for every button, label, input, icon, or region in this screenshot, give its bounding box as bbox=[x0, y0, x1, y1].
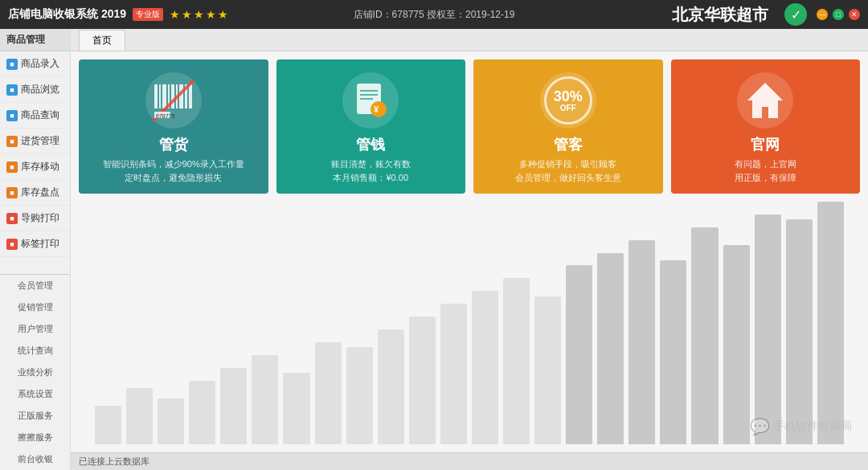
sidebar-item-goods-entry[interactable]: ■ 商品录入 bbox=[0, 51, 70, 77]
sidebar-item-stock-move[interactable]: ■ 库存移动 bbox=[0, 154, 70, 180]
cards-row: 678775 管货 智能识别条码，减少90%录入工作量 定时盘点，避免隐形损失 bbox=[79, 59, 860, 194]
chart-bar bbox=[440, 304, 467, 444]
svg-rect-13 bbox=[360, 90, 378, 92]
card-customer-title: 管客 bbox=[554, 135, 583, 154]
sidebar-item-user-mgmt[interactable]: 用户管理 bbox=[0, 318, 70, 340]
barcode-icon: 678775 bbox=[153, 80, 194, 121]
stock-count-icon: ■ bbox=[6, 187, 18, 198]
sidebar-item-goods-browse[interactable]: ■ 商品浏览 bbox=[0, 77, 70, 103]
card-customer-icon-area: 30% OFF bbox=[540, 72, 596, 129]
sidebar-item-member[interactable]: 会员管理 bbox=[0, 275, 70, 296]
sidebar-item-perf[interactable]: 业绩分析 bbox=[0, 362, 70, 383]
chart-bar bbox=[220, 368, 247, 444]
chart-bar bbox=[283, 373, 309, 444]
sidebar-item-goods-search[interactable]: ■ 商品查询 bbox=[0, 103, 70, 129]
card-customer[interactable]: 30% OFF 管客 多种促销手段，吸引顾客 会员管理，做好回头客生意 bbox=[473, 59, 663, 194]
chart-bar bbox=[723, 245, 750, 444]
svg-text:678775: 678775 bbox=[156, 113, 174, 119]
card-money[interactable]: ¥ 管钱 账目清楚，账欠有数 本月销售额：¥0.00 bbox=[276, 59, 466, 194]
sidebar-item-settings[interactable]: 系统设置 bbox=[0, 383, 70, 405]
card-money-title: 管钱 bbox=[356, 135, 385, 154]
watermark-icon: 💬 bbox=[750, 417, 770, 436]
svg-rect-0 bbox=[154, 84, 158, 108]
card-website-title: 官网 bbox=[751, 135, 780, 154]
card-website[interactable]: 官网 有问题，上官网 用正版，有保障 bbox=[671, 59, 861, 194]
chart-bar bbox=[346, 347, 373, 444]
svg-rect-2 bbox=[162, 84, 166, 108]
sidebar-bottom: 会员管理 促销管理 用户管理 统计查询 业绩分析 系统设置 正版服务 擦擦服务 bbox=[0, 274, 70, 470]
sidebar-item-promo[interactable]: 促销管理 bbox=[0, 296, 70, 318]
sidebar-item-special[interactable]: 擦擦服务 bbox=[0, 427, 70, 448]
chart-bar bbox=[597, 253, 624, 444]
sidebar-item-official[interactable]: 正版服务 bbox=[0, 405, 70, 427]
tabs-bar: 首页 bbox=[71, 29, 868, 51]
card-money-icon-area: ¥ bbox=[342, 72, 399, 129]
chart-bar bbox=[378, 329, 404, 444]
document-money-icon: ¥ bbox=[350, 80, 391, 121]
edition-badge: 专业版 bbox=[133, 8, 163, 21]
svg-rect-1 bbox=[159, 84, 161, 108]
sidebar-goods-header: 商品管理 bbox=[0, 29, 70, 51]
goods-browse-icon: ■ bbox=[6, 84, 18, 96]
app-title: 店铺电脑收银系统 2019 bbox=[8, 7, 126, 22]
svg-rect-4 bbox=[171, 84, 174, 108]
svg-marker-18 bbox=[747, 83, 783, 118]
card-goods[interactable]: 678775 管货 智能识别条码，减少90%录入工作量 定时盘点，避免隐形损失 bbox=[79, 59, 268, 194]
chart-bar bbox=[755, 215, 781, 444]
card-goods-title: 管货 bbox=[159, 135, 188, 154]
card-goods-icon-area: 678775 bbox=[145, 72, 202, 129]
svg-rect-14 bbox=[360, 94, 378, 96]
chart-bar bbox=[315, 342, 342, 444]
chart-bar bbox=[472, 291, 498, 444]
stock-move-icon: ■ bbox=[6, 161, 18, 173]
stock-in-icon: ■ bbox=[6, 136, 18, 147]
sidebar-item-label-print[interactable]: ■ 标签打印 bbox=[0, 231, 70, 257]
sidebar-item-stats[interactable]: 统计查询 bbox=[0, 340, 70, 362]
house-icon bbox=[744, 80, 786, 121]
chart-bar bbox=[691, 227, 718, 444]
status-check-icon: ✓ bbox=[784, 3, 807, 26]
watermark: 💬 手机软件资源局 bbox=[750, 417, 852, 436]
chart-bar bbox=[503, 278, 530, 444]
main-layout: 商品管理 ■ 商品录入 ■ 商品浏览 ■ 商品查询 ■ 进货管理 ■ 库存移动 … bbox=[0, 29, 868, 470]
content-area: 首页 bbox=[71, 29, 868, 470]
minimize-button[interactable]: — bbox=[817, 9, 828, 20]
sidebar-item-guide-print[interactable]: ■ 导购打印 bbox=[0, 206, 70, 231]
maximize-button[interactable]: □ bbox=[833, 9, 844, 20]
sidebar-item-stock-in[interactable]: ■ 进货管理 bbox=[0, 129, 70, 154]
chart-bar bbox=[409, 317, 436, 444]
tab-home[interactable]: 首页 bbox=[79, 30, 125, 51]
chart-area bbox=[79, 202, 860, 444]
stars: ★★★★★ bbox=[170, 8, 230, 21]
svg-text:¥: ¥ bbox=[374, 104, 379, 114]
chart-bar bbox=[628, 240, 655, 444]
svg-rect-15 bbox=[360, 98, 373, 100]
off-badge: 30% OFF bbox=[544, 76, 592, 125]
card-money-desc: 账目清楚，账欠有数 本月销售额：¥0.00 bbox=[331, 157, 411, 184]
store-info: 店铺ID：678775 授权至：2019-12-19 bbox=[354, 8, 515, 22]
sidebar-item-stock-count[interactable]: ■ 库存盘点 bbox=[0, 180, 70, 206]
window-controls: — □ ✕ bbox=[817, 9, 860, 20]
chart-bar bbox=[660, 260, 686, 444]
goods-entry-icon: ■ bbox=[6, 59, 18, 70]
label-print-icon: ■ bbox=[6, 239, 18, 250]
statusbar-text: 已连接上云数据库 bbox=[79, 456, 149, 468]
sidebar-item-cashier[interactable]: 前台收银 bbox=[0, 448, 70, 470]
svg-rect-8 bbox=[189, 84, 192, 108]
chart-bar bbox=[252, 355, 278, 444]
guide-print-icon: ■ bbox=[6, 213, 18, 224]
chart-bar bbox=[534, 296, 561, 444]
goods-search-icon: ■ bbox=[6, 110, 18, 121]
chart-bar bbox=[189, 381, 215, 444]
chart-bar bbox=[817, 202, 844, 444]
chart-bar bbox=[126, 388, 153, 444]
chart-bar bbox=[786, 219, 813, 444]
page-content: 678775 管货 智能识别条码，减少90%录入工作量 定时盘点，避免隐形损失 bbox=[71, 51, 868, 452]
close-button[interactable]: ✕ bbox=[849, 9, 860, 20]
card-website-desc: 有问题，上官网 用正版，有保障 bbox=[735, 157, 796, 184]
card-website-icon-area bbox=[737, 72, 793, 129]
sidebar: 商品管理 ■ 商品录入 ■ 商品浏览 ■ 商品查询 ■ 进货管理 ■ 库存移动 … bbox=[0, 29, 71, 470]
chart-bar bbox=[566, 265, 592, 444]
chart-bar bbox=[158, 398, 184, 444]
brand-name: 北京华联超市 bbox=[672, 4, 768, 26]
